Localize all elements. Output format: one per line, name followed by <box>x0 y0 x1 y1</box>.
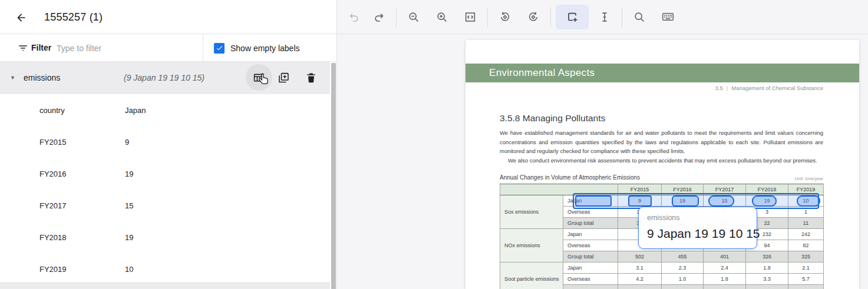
zoom-in-button[interactable] <box>430 5 454 29</box>
document-title: 1555257 (1) <box>44 0 103 34</box>
table-subcategory-cell: Overseas <box>563 240 618 251</box>
checkbox-check-icon <box>216 44 223 52</box>
scrollbar-thumb[interactable] <box>331 63 336 289</box>
table-value-cell: 325 <box>788 251 824 263</box>
tooltip-value: 9 Japan 19 19 10 15 <box>647 227 748 241</box>
table-subcategory-cell <box>563 285 618 289</box>
rotate-right-icon <box>527 11 540 24</box>
field-row-fy2017[interactable]: FY2017 15 <box>0 191 323 223</box>
table-value-cell: 5.7 <box>788 274 824 285</box>
trash-icon <box>305 72 317 84</box>
annotation-box-fy2017[interactable] <box>708 195 734 207</box>
table-value-cell: 82 <box>788 240 824 251</box>
mouse-hand-cursor <box>258 73 270 86</box>
table-unit-label: Unit: tons/year <box>795 176 823 181</box>
back-button[interactable] <box>12 8 31 27</box>
doc-paragraph: We also conduct environmental risk asses… <box>500 156 823 165</box>
field-value: 15 <box>125 201 133 210</box>
table-value-cell: 2.3 <box>662 263 704 274</box>
document-page: Environmental Aspects 3.5|Management of … <box>466 40 859 289</box>
fit-to-width-button[interactable] <box>458 5 483 29</box>
toolbar-divider <box>622 7 622 27</box>
redo-button[interactable] <box>367 5 391 29</box>
field-value: 19 <box>125 170 133 178</box>
table-value-cell: 11 <box>788 218 824 229</box>
table-value-cell: 2.1 <box>788 263 824 274</box>
table-subcategory-cell: Group total <box>563 218 618 229</box>
annotation-box-fy2015[interactable] <box>628 195 652 207</box>
zoom-in-icon <box>435 11 448 24</box>
rotate-right-button[interactable] <box>521 5 546 29</box>
field-row-fy2018[interactable]: FY2018 19 <box>0 223 323 255</box>
delete-label-button[interactable] <box>304 71 318 85</box>
table-value-cell: 3.3 <box>746 274 788 285</box>
field-row-fy2016[interactable]: FY2016 19 <box>0 160 323 191</box>
show-empty-labels-checkbox[interactable] <box>214 43 225 54</box>
table-title: Annual Changes in Volume of Atmospheric … <box>500 174 640 181</box>
field-row-fy2015[interactable]: FY2015 9 <box>0 128 323 160</box>
back-arrow-icon <box>15 12 27 24</box>
undo-button[interactable] <box>342 5 367 29</box>
field-label: country <box>39 106 65 115</box>
keyboard-icon <box>661 10 675 24</box>
crumb-number: 3.5 <box>715 85 723 91</box>
filter-bar: Filter Show empty labels <box>0 34 336 62</box>
crumb-title: Management of Chemical Substance <box>731 85 823 91</box>
duplicate-icon <box>278 72 290 84</box>
field-label: FY2018 <box>39 233 67 242</box>
table-value-cell: 3.1 <box>618 263 662 274</box>
crumb-divider: | <box>723 85 731 91</box>
table-value-cell <box>746 285 788 289</box>
table-value-cell: 1.8 <box>746 263 788 274</box>
table-value-cell: 242 <box>788 229 824 240</box>
doc-body-text: We have established management standards… <box>500 128 823 165</box>
filter-icon <box>18 42 28 53</box>
table-value-cell: 1.8 <box>704 274 746 285</box>
field-row-country[interactable]: country Japan <box>0 96 323 128</box>
duplicate-label-button[interactable] <box>276 71 291 85</box>
field-label: FY2015 <box>39 138 67 147</box>
table-category-cell: NOx emissions <box>500 229 563 263</box>
redo-icon <box>372 11 385 24</box>
table-value-cell: 1.0 <box>662 274 704 285</box>
field-label: FY2017 <box>39 201 67 210</box>
label-group-summary: (9 Japan 19 19 10 15) <box>124 73 204 82</box>
filter-label: Filter <box>31 42 51 54</box>
table-value-cell: 2.4 <box>704 263 746 274</box>
panel-header: 1555257 (1) <box>0 0 336 34</box>
field-value: Japan <box>125 106 146 115</box>
add-region-button-selected[interactable] <box>556 5 589 29</box>
label-group-name: emissions <box>24 73 60 82</box>
zoom-out-button[interactable] <box>401 5 426 29</box>
annotation-box-fy2019[interactable] <box>797 195 820 207</box>
add-region-icon <box>566 11 579 24</box>
tooltip-label: emissions <box>647 214 748 222</box>
keyboard-button[interactable] <box>655 5 680 29</box>
table-value-cell <box>788 285 824 289</box>
filter-input[interactable] <box>57 41 198 55</box>
search-button[interactable] <box>627 5 652 29</box>
toolbar-divider <box>487 7 488 27</box>
page-canvas[interactable]: Environmental Aspects 3.5|Management of … <box>337 34 868 289</box>
show-empty-labels-control: Show empty labels <box>203 34 337 62</box>
annotation-app: 1555257 (1) Filter Show empty labels ▼ e… <box>0 0 868 289</box>
table-category-cell: Sox emissions <box>500 195 563 229</box>
table-subcategory-cell: Group total <box>563 251 618 263</box>
rotate-left-button[interactable] <box>493 5 517 29</box>
doc-paragraph: We have established management standards… <box>500 128 823 156</box>
table-row: Soot particle emissionsJapan3.12.32.41.8… <box>500 263 824 274</box>
doc-banner-title: Environmental Aspects <box>489 67 595 79</box>
annotation-box-japan[interactable] <box>575 195 612 207</box>
table-value-cell <box>704 285 746 289</box>
table-value-cell <box>662 285 704 289</box>
annotation-box-fy2018[interactable] <box>752 195 777 207</box>
annotation-box-fy2016[interactable] <box>672 195 699 207</box>
table-value-cell: 326 <box>746 251 788 263</box>
table-value-cell: 502 <box>618 251 662 263</box>
search-icon <box>633 11 646 24</box>
expander-triangle-icon[interactable]: ▼ <box>10 75 15 81</box>
next-label-row-partial <box>0 282 330 289</box>
table-subcategory-cell: Japan <box>563 229 618 240</box>
fit-code-icon <box>464 11 477 24</box>
text-select-button[interactable] <box>592 5 617 29</box>
